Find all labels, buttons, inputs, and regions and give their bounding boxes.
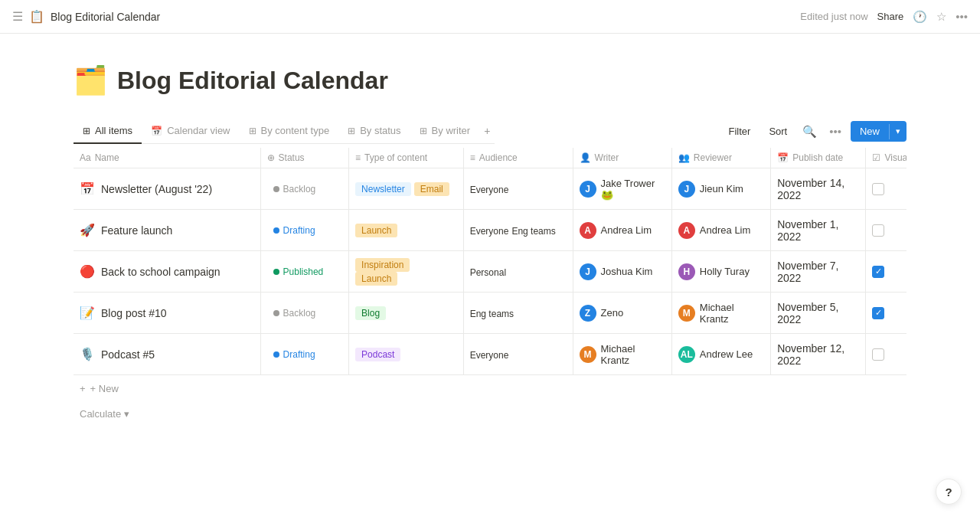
share-button[interactable]: Share (877, 11, 904, 22)
type-tag: Launch (355, 224, 397, 237)
cell-audience[interactable]: EveryoneEng teams (463, 210, 573, 251)
tab-all-items[interactable]: ⊞ All items (74, 119, 142, 144)
page-title-row: 🗂️ Blog Editorial Calendar (74, 64, 906, 96)
table-body: 📅Newsletter (August '22)BacklogNewslette… (74, 168, 906, 375)
cell-publish-date[interactable]: November 7, 2022 (771, 251, 866, 293)
cell-visual[interactable] (866, 334, 906, 375)
topbar: ☰ 📋 Blog Editorial Calendar Edited just … (0, 0, 980, 34)
tab-calendar-view[interactable]: 📅 Calendar view (142, 119, 239, 144)
reviewer-avatar: M (678, 305, 695, 322)
status-dot (273, 186, 279, 192)
search-icon[interactable]: 🔍 (799, 122, 820, 142)
col-header-visual[interactable]: ☑ Visual (866, 148, 906, 168)
cell-type[interactable]: NewsletterEmail (349, 168, 464, 210)
history-icon[interactable]: 🕐 (913, 10, 927, 24)
col-header-name[interactable]: Aa Name (74, 148, 260, 168)
cell-audience[interactable]: Everyone (463, 168, 573, 210)
cell-writer[interactable]: JJoshua Kim (573, 251, 671, 293)
calculate-button[interactable]: Calculate ▾ (74, 402, 906, 426)
visual-checkbox[interactable]: ✓ (872, 307, 884, 319)
favorite-icon[interactable]: ☆ (936, 10, 946, 24)
new-button[interactable]: New ▾ (851, 121, 906, 142)
more-icon[interactable]: ••• (956, 10, 968, 23)
writer-avatar: A (580, 222, 596, 239)
tab-calendar-icon: 📅 (151, 126, 162, 136)
col-header-publish[interactable]: 📅 Publish date (771, 148, 866, 168)
col-header-writer[interactable]: 👤 Writer (573, 148, 671, 168)
cell-type[interactable]: Launch (349, 210, 464, 251)
cell-writer[interactable]: ZZeno (573, 293, 671, 334)
cell-writer[interactable]: JJake Trower 🐸 (573, 168, 671, 210)
cell-publish-date[interactable]: November 14, 2022 (771, 168, 866, 210)
cell-type[interactable]: Blog (349, 293, 464, 334)
tab-status-icon: ⊞ (348, 126, 355, 136)
cell-reviewer[interactable]: JJieun Kim (671, 168, 770, 210)
tab-by-status[interactable]: ⊞ By status (338, 119, 410, 144)
cell-audience[interactable]: Personal (463, 251, 573, 293)
cell-name[interactable]: 📅Newsletter (August '22) (74, 168, 260, 210)
more-options-icon[interactable]: ••• (826, 122, 844, 141)
cell-name[interactable]: 🔴Back to school campaign (74, 251, 260, 293)
cell-reviewer[interactable]: MMichael Krantz (671, 293, 770, 334)
new-button-caret[interactable]: ▾ (890, 122, 906, 141)
table-row[interactable]: 🎙️Podcast #5DraftingPodcastEveryoneMMich… (74, 334, 906, 375)
tabs: ⊞ All items 📅 Calendar view ⊞ By content… (74, 119, 495, 144)
cell-status[interactable]: Backlog (260, 293, 348, 334)
cell-reviewer[interactable]: ALAndrew Lee (671, 334, 770, 375)
writer-person: MMichael Krantz (580, 343, 665, 366)
cell-status[interactable]: Published (260, 251, 348, 293)
cell-status[interactable]: Backlog (260, 168, 348, 210)
cell-type[interactable]: InspirationLaunch (349, 251, 464, 293)
filter-button[interactable]: Filter (722, 123, 756, 140)
add-tab-button[interactable]: + (479, 119, 495, 143)
col-header-audience[interactable]: ≡ Audience (463, 148, 573, 168)
new-button-label[interactable]: New (851, 121, 889, 142)
cell-publish-date[interactable]: November 12, 2022 (771, 334, 866, 375)
cell-reviewer[interactable]: AAndrea Lim (671, 210, 770, 251)
table-row[interactable]: 📅Newsletter (August '22)BacklogNewslette… (74, 168, 906, 210)
cell-name[interactable]: 🎙️Podcast #5 (74, 334, 260, 375)
name-col-icon: Aa (80, 152, 91, 163)
cell-visual[interactable] (866, 168, 906, 210)
visual-checkbox[interactable] (872, 183, 884, 195)
cell-publish-date[interactable]: November 5, 2022 (771, 293, 866, 334)
visual-checkbox[interactable] (872, 224, 884, 237)
menu-icon[interactable]: ☰ (12, 9, 23, 24)
type-tag: Email (414, 182, 449, 196)
cell-type[interactable]: Podcast (349, 334, 464, 375)
cell-name[interactable]: 🚀Feature launch (74, 210, 260, 251)
col-header-status[interactable]: ⊕ Status (260, 148, 348, 168)
writer-person: JJake Trower 🐸 (580, 178, 665, 201)
toolbar: Filter Sort 🔍 ••• New ▾ (722, 115, 906, 148)
table-row[interactable]: 🔴Back to school campaignPublishedInspira… (74, 251, 906, 293)
col-header-type[interactable]: ≡ Type of content (349, 148, 464, 168)
col-header-reviewer[interactable]: 👥 Reviewer (671, 148, 770, 168)
visual-checkbox[interactable]: ✓ (872, 266, 884, 278)
writer-avatar: J (580, 181, 596, 198)
audience-tag: Eng teams (470, 309, 514, 319)
tab-by-content-type[interactable]: ⊞ By content type (240, 119, 339, 144)
status-dot (273, 269, 279, 275)
tab-by-writer[interactable]: ⊞ By writer (410, 119, 480, 144)
cell-visual[interactable] (866, 210, 906, 251)
page-content: 🗂️ Blog Editorial Calendar ⊞ All items 📅… (0, 34, 980, 426)
cell-publish-date[interactable]: November 1, 2022 (771, 210, 866, 251)
cell-audience[interactable]: Everyone (463, 334, 573, 375)
cell-writer[interactable]: AAndrea Lim (573, 210, 671, 251)
cell-visual[interactable]: ✓ (866, 251, 906, 293)
table-row[interactable]: 📝Blog post #10BacklogBlogEng teamsZZenoM… (74, 293, 906, 334)
writer-person: AAndrea Lim (580, 222, 665, 239)
cell-audience[interactable]: Eng teams (463, 293, 573, 334)
cell-visual[interactable]: ✓ (866, 293, 906, 334)
cell-writer[interactable]: MMichael Krantz (573, 334, 671, 375)
status-badge: Drafting (267, 224, 322, 237)
visual-checkbox[interactable] (872, 348, 884, 361)
cell-reviewer[interactable]: HHolly Turay (671, 251, 770, 293)
table-row[interactable]: 🚀Feature launchDraftingLaunchEveryoneEng… (74, 210, 906, 251)
sort-button[interactable]: Sort (763, 123, 793, 140)
reviewer-name: Holly Turay (700, 266, 750, 277)
add-new-row-button[interactable]: + + New (74, 375, 906, 402)
cell-status[interactable]: Drafting (260, 210, 348, 251)
cell-name[interactable]: 📝Blog post #10 (74, 293, 260, 334)
cell-status[interactable]: Drafting (260, 334, 348, 375)
